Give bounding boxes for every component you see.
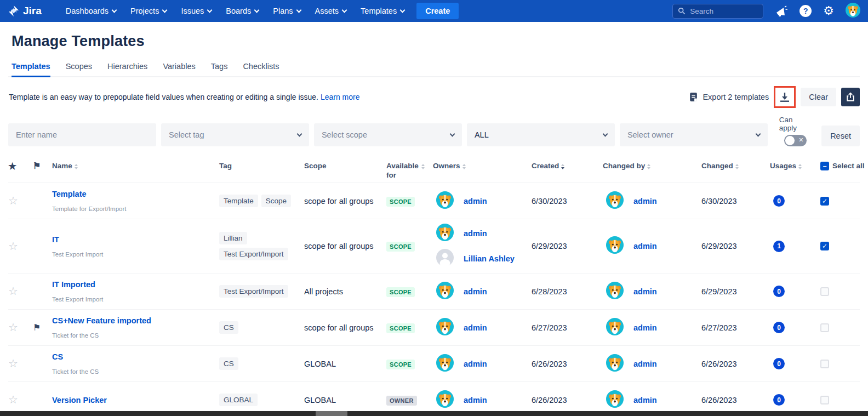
row-checkbox[interactable]	[820, 360, 829, 368]
create-button[interactable]: Create	[416, 3, 459, 19]
tag-filter-select[interactable]: Select tag	[161, 123, 309, 146]
name-filter-input[interactable]	[16, 130, 149, 139]
changed-by-link[interactable]: admin	[633, 396, 657, 404]
favorite-star-icon[interactable]: ☆	[8, 240, 18, 252]
template-name-link[interactable]: Version Picker	[52, 396, 219, 404]
page-description: Template is an easy way to prepopulate f…	[9, 93, 359, 101]
usages-badge[interactable]: 1	[773, 241, 785, 252]
nav-item-templates[interactable]: Templates	[355, 3, 410, 19]
row-checkbox[interactable]: ✓	[820, 242, 829, 250]
can-apply-toggle[interactable]: ✕	[784, 135, 807, 146]
changed-by-link[interactable]: admin	[633, 197, 657, 206]
nav-item-plans[interactable]: Plans	[267, 3, 306, 19]
owner-link[interactable]: admin	[464, 287, 487, 296]
tag-chip[interactable]: Test Export/Import	[219, 248, 288, 260]
favorite-star-icon[interactable]: ☆	[8, 195, 18, 207]
header-tag[interactable]: Tag	[219, 162, 304, 171]
favorite-star-icon[interactable]: ☆	[8, 321, 18, 333]
search-input[interactable]	[690, 7, 756, 15]
help-button[interactable]: ?	[800, 5, 812, 17]
usages-badge[interactable]: 0	[773, 358, 785, 369]
header-changed[interactable]: Changed	[701, 162, 770, 171]
nav-item-issues[interactable]: Issues	[175, 3, 217, 19]
tab-tags[interactable]: Tags	[211, 58, 228, 76]
clear-button[interactable]: Clear	[801, 88, 836, 106]
header-owners[interactable]: Owners	[433, 162, 532, 171]
user-avatar[interactable]	[846, 3, 860, 20]
header-usages[interactable]: Usages	[770, 162, 819, 171]
tag-chip[interactable]: CS	[219, 357, 238, 370]
nav-item-assets[interactable]: Assets	[310, 3, 352, 19]
tab-scopes[interactable]: Scopes	[66, 58, 92, 76]
favorite-star-icon[interactable]: ☆	[8, 357, 18, 369]
owner-link[interactable]: admin	[464, 323, 487, 332]
tab-checklists[interactable]: Checklists	[243, 58, 279, 76]
usages-badge[interactable]: 0	[773, 322, 785, 333]
horizontal-scrollbar[interactable]	[0, 411, 868, 416]
flag-icon[interactable]: ⚑	[33, 323, 41, 332]
announcements-button[interactable]	[775, 4, 788, 18]
header-name[interactable]: Name	[52, 162, 219, 171]
owner-filter-select[interactable]: Select owner	[620, 123, 768, 146]
tab-templates[interactable]: Templates	[12, 58, 50, 76]
nav-item-boards[interactable]: Boards	[220, 3, 264, 19]
tag-chip[interactable]: Lillian	[219, 232, 247, 244]
export-templates-button[interactable]: Export 2 templates	[689, 92, 769, 102]
header-scope[interactable]: Scope	[304, 162, 386, 171]
owner-link[interactable]: admin	[464, 396, 487, 404]
owner-link[interactable]: Lillian Ashley	[464, 254, 515, 263]
search-icon	[678, 7, 686, 15]
template-name-link[interactable]: CS	[52, 352, 219, 361]
owner-link[interactable]: admin	[464, 197, 487, 206]
row-checkbox[interactable]: ✓	[820, 197, 829, 206]
usages-badge[interactable]: 0	[773, 286, 785, 297]
star-column-header[interactable]: ★	[8, 162, 33, 171]
favorite-star-icon[interactable]: ☆	[8, 285, 18, 297]
header-created[interactable]: Created	[532, 162, 603, 171]
template-name-link[interactable]: IT	[52, 235, 219, 244]
tag-chip[interactable]: GLOBAL	[219, 394, 258, 406]
header-available-for[interactable]: Available for	[386, 162, 425, 180]
available-for-badge: SCOPE	[386, 323, 415, 333]
search-box[interactable]	[672, 4, 763, 19]
download-button[interactable]	[776, 88, 793, 106]
template-name-link[interactable]: Template	[52, 190, 219, 198]
select-all-checkbox[interactable]: –	[820, 162, 829, 170]
tab-hierarchies[interactable]: Hierarchies	[107, 58, 147, 76]
template-name-link[interactable]: IT Imported	[52, 280, 219, 289]
tab-variables[interactable]: Variables	[163, 58, 195, 76]
scrollbar-thumb[interactable]	[316, 411, 347, 416]
changed-by-link[interactable]: admin	[633, 242, 657, 250]
brand-name: Jira	[23, 5, 42, 17]
select-cell: ✓	[819, 197, 868, 206]
favorite-star-icon[interactable]: ☆	[8, 394, 18, 406]
header-changed-by[interactable]: Changed by	[603, 162, 701, 171]
usages-badge[interactable]: 0	[773, 195, 785, 207]
share-button[interactable]	[841, 88, 860, 106]
owner-link[interactable]: admin	[464, 229, 487, 238]
settings-button[interactable]: ⚙	[823, 5, 834, 17]
nav-item-dashboards[interactable]: Dashboards	[60, 3, 122, 19]
owner-entry: admin	[436, 318, 532, 338]
flag-column-header[interactable]: ⚑	[33, 162, 52, 170]
changed-by-link[interactable]: admin	[633, 360, 657, 368]
tag-chip[interactable]: Template	[219, 195, 258, 207]
tag-chip[interactable]: CS	[219, 321, 238, 334]
usages-badge[interactable]: 0	[773, 394, 785, 406]
row-checkbox[interactable]	[820, 287, 829, 296]
reset-button[interactable]: Reset	[821, 126, 860, 146]
learn-more-link[interactable]: Learn more	[321, 93, 360, 101]
row-checkbox[interactable]	[820, 323, 829, 332]
nav-item-projects[interactable]: Projects	[125, 3, 172, 19]
changed-by-link[interactable]: admin	[633, 287, 657, 296]
changed-by-link[interactable]: admin	[633, 323, 657, 332]
jira-logo[interactable]: Jira	[8, 5, 42, 17]
scope-filter-select[interactable]: Select scope	[314, 123, 462, 146]
row-checkbox[interactable]	[820, 396, 829, 404]
template-name-link[interactable]: CS+New Feature imported	[52, 316, 219, 325]
owner-link[interactable]: admin	[464, 360, 487, 368]
tag-chip[interactable]: Test Export/Import	[219, 285, 288, 298]
type-filter-select[interactable]: ALL	[467, 123, 615, 146]
tag-chip[interactable]: Scope	[261, 195, 291, 207]
table-row: ☆TemplateTemplate for Export/ImportTempl…	[8, 183, 860, 219]
